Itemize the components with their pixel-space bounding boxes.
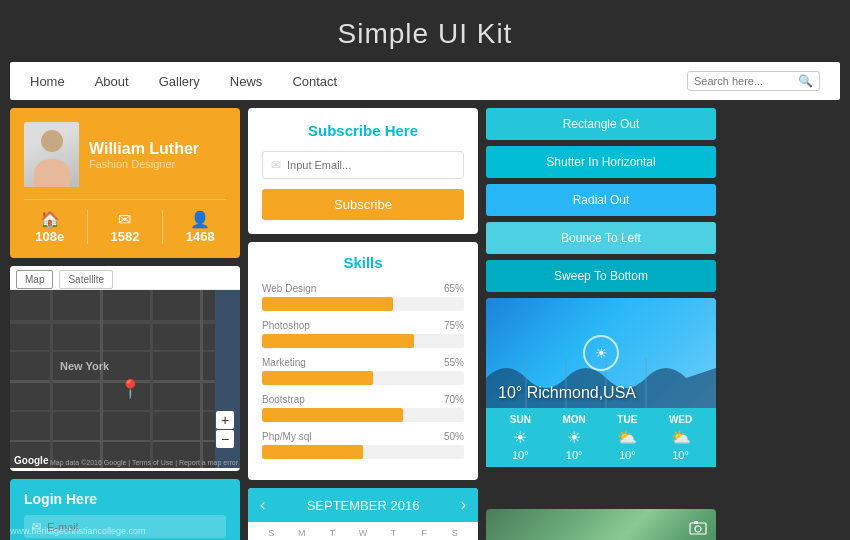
search-icon: 🔍 <box>798 74 813 88</box>
avatar-figure <box>24 122 79 187</box>
nav-news[interactable]: News <box>230 74 263 89</box>
profile-stats: 🏠 108e ✉ 1582 👤 1468 <box>24 199 226 244</box>
avatar-body <box>34 159 70 187</box>
cal-day-mon: M <box>287 528 318 538</box>
cal-day-tue: T <box>317 528 348 538</box>
search-input[interactable] <box>694 75 794 87</box>
profile-card: William Luther Fashion Designer 🏠 108e ✉… <box>10 108 240 258</box>
weather-day-name-2: TUE <box>617 414 637 425</box>
weather-temp-2: 10° <box>617 449 637 461</box>
skill-header-0: Web Design 65% <box>262 283 464 294</box>
stat-sep-2 <box>162 210 163 244</box>
map-zoom: + − <box>216 411 234 448</box>
cal-day-fri: F <box>409 528 440 538</box>
skill-header-1: Photoshop 75% <box>262 320 464 331</box>
skill-pct-3: 70% <box>444 394 464 405</box>
map-tab-satellite[interactable]: Satellite <box>59 270 113 289</box>
nav-contact[interactable]: Contact <box>292 74 337 89</box>
stat-messages: ✉ 1582 <box>111 210 140 244</box>
map-tab-map[interactable]: Map <box>16 270 53 289</box>
road-v-1 <box>50 290 53 468</box>
col-1: William Luther Fashion Designer 🏠 108e ✉… <box>10 108 240 540</box>
skill-row-3: Bootstrap 70% <box>262 394 464 422</box>
map-city-label: New York <box>60 360 109 372</box>
road-h-2 <box>10 350 240 352</box>
posts-icon: 🏠 <box>35 210 64 229</box>
weather-card: ☀ 10° Richmond,USA SUN ☀ 10° MON ☀ 10° T… <box>486 298 716 503</box>
skill-bar-fill-0 <box>262 297 393 311</box>
photo-background <box>486 509 716 540</box>
skill-bar-bg-1 <box>262 334 464 348</box>
subscribe-title: Subscribe Here <box>262 122 464 139</box>
btn-bounce-left[interactable]: Bounce To Left <box>486 222 716 254</box>
stat-followers-value: 1468 <box>186 229 215 244</box>
stat-followers: 👤 1468 <box>186 210 215 244</box>
svg-rect-12 <box>694 521 698 524</box>
skill-pct-1: 75% <box>444 320 464 331</box>
skill-bar-fill-4 <box>262 445 363 459</box>
skill-header-4: Php/My sql 50% <box>262 431 464 442</box>
navbar: Home About Gallery News Contact 🔍 <box>10 62 840 100</box>
weather-day-2: TUE ⛅ 10° <box>617 414 637 461</box>
skill-bar-fill-3 <box>262 408 403 422</box>
calendar-prev-button[interactable]: ‹ <box>260 496 265 514</box>
btn-shutter-horizontal[interactable]: Shutter In Horizontal <box>486 146 716 178</box>
camera-icon <box>688 517 708 537</box>
skill-pct-0: 65% <box>444 283 464 294</box>
skill-row-0: Web Design 65% <box>262 283 464 311</box>
skill-bar-fill-2 <box>262 371 373 385</box>
weather-day-name-0: SUN <box>510 414 531 425</box>
weather-day-0: SUN ☀ 10° <box>510 414 531 461</box>
weather-icon-2: ⛅ <box>617 428 637 447</box>
map-body: New York 📍 Google + − Map data ©2016 Goo… <box>10 290 240 468</box>
calendar-grid: S M T W T F S 12345678910111213141516171… <box>248 522 478 540</box>
skill-name-1: Photoshop <box>262 320 310 331</box>
subscribe-email-input[interactable] <box>287 159 455 171</box>
weather-icon-1: ☀ <box>562 428 585 447</box>
skill-row-4: Php/My sql 50% <box>262 431 464 459</box>
weather-forecast: SUN ☀ 10° MON ☀ 10° TUE ⛅ 10° WED ⛅ <box>486 408 716 467</box>
profile-info: William Luther Fashion Designer <box>89 140 199 170</box>
skills-card: Skills Web Design 65% Photoshop 75% <box>248 242 478 480</box>
skill-bar-bg-2 <box>262 371 464 385</box>
weather-icon-3: ⛅ <box>669 428 692 447</box>
subscribe-button[interactable]: Subscribe <box>262 189 464 220</box>
zoom-in-button[interactable]: + <box>216 411 234 429</box>
skill-row-2: Marketing 55% <box>262 357 464 385</box>
cal-day-sat: S <box>439 528 470 538</box>
avatar-head <box>41 130 63 152</box>
nav-gallery[interactable]: Gallery <box>159 74 200 89</box>
page-title: Simple UI Kit <box>0 0 850 62</box>
calendar-next-button[interactable]: › <box>461 496 466 514</box>
skill-pct-4: 50% <box>444 431 464 442</box>
skill-name-3: Bootstrap <box>262 394 305 405</box>
zoom-out-button[interactable]: − <box>216 430 234 448</box>
skill-bar-bg-0 <box>262 297 464 311</box>
calendar-days-header: S M T W T F S <box>256 528 470 538</box>
nav-home[interactable]: Home <box>30 74 65 89</box>
skill-header-2: Marketing 55% <box>262 357 464 368</box>
followers-icon: 👤 <box>186 210 215 229</box>
btn-radial-out[interactable]: Radial Out <box>486 184 716 216</box>
skill-bar-fill-1 <box>262 334 414 348</box>
weather-temp-0: 10° <box>510 449 531 461</box>
btn-sweep-bottom[interactable]: Sweep To Bottom <box>486 260 716 292</box>
weather-location: 10° Richmond,USA <box>498 384 636 402</box>
nav-links: Home About Gallery News Contact <box>30 74 687 89</box>
map-card: Map Satellite New York <box>10 266 240 471</box>
btn-rectangle-out[interactable]: Rectangle Out <box>486 108 716 140</box>
nav-search-box: 🔍 <box>687 71 820 91</box>
road-h-4 <box>10 410 240 412</box>
weather-icon-main: ☀ <box>583 335 619 371</box>
main-grid: William Luther Fashion Designer 🏠 108e ✉… <box>0 100 850 540</box>
calendar-header: ‹ SEPTEMBER 2016 › <box>248 488 478 522</box>
calendar-month: SEPTEMBER 2016 <box>307 498 420 513</box>
nav-about[interactable]: About <box>95 74 129 89</box>
watermark: www.heritagechristiancollege.com <box>10 526 146 536</box>
messages-icon: ✉ <box>111 210 140 229</box>
skill-pct-2: 55% <box>444 357 464 368</box>
skill-name-2: Marketing <box>262 357 306 368</box>
map-pin: 📍 <box>119 378 141 400</box>
envelope-icon: ✉ <box>271 158 281 172</box>
subscribe-email-field: ✉ <box>262 151 464 179</box>
